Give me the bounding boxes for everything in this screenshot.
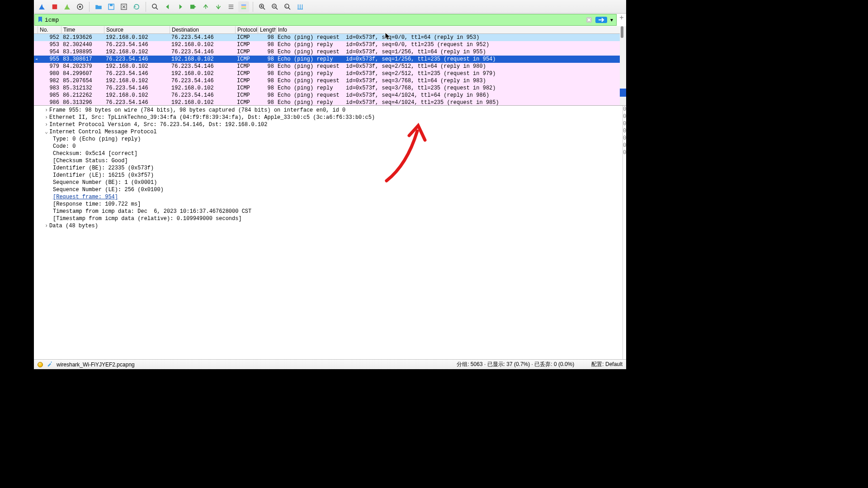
tree-row[interactable]: Sequence Number (LE): 256 (0x0100) xyxy=(34,186,626,193)
toolbar-separator xyxy=(253,2,253,12)
column-header-source[interactable]: Source xyxy=(104,26,170,33)
packet-row[interactable]: 95382.30244076.223.54.146192.168.0.102IC… xyxy=(34,41,626,48)
restart-capture-button[interactable] xyxy=(62,1,73,12)
cell-src: 192.168.0.102 xyxy=(104,63,170,70)
column-header-info[interactable]: Info xyxy=(276,26,626,33)
tree-row-link[interactable]: [Request frame: 954] xyxy=(34,193,626,201)
tree-row[interactable]: [Checksum Status: Good] xyxy=(34,157,626,164)
cell-proto: ICMP xyxy=(235,99,258,105)
zoom-out-button[interactable] xyxy=(269,1,280,12)
column-header-destination[interactable]: Destination xyxy=(170,26,236,33)
capture-options-button[interactable] xyxy=(75,1,85,12)
tree-row[interactable]: Checksum: 0x5c14 [correct] xyxy=(34,150,626,157)
tree-row[interactable]: Sequence Number (BE): 1 (0x0001) xyxy=(34,179,626,186)
cell-src: 76.223.54.146 xyxy=(104,56,170,63)
open-file-button[interactable] xyxy=(93,1,104,12)
column-header-protocol[interactable]: Protocol xyxy=(236,26,258,33)
cell-time: 83.198895 xyxy=(61,48,104,56)
colorize-button[interactable] xyxy=(238,1,249,12)
tree-row[interactable]: Identifier (LE): 16215 (0x3f57) xyxy=(34,172,626,179)
main-toolbar: 1 xyxy=(34,0,626,14)
packet-row[interactable]: 95583.30861776.223.54.146192.168.0.102IC… xyxy=(34,56,626,63)
packet-row[interactable]: 95282.193626192.168.0.10276.223.54.146IC… xyxy=(34,34,626,41)
expert-info-button[interactable] xyxy=(38,362,43,367)
cell-info: Echo (ping) request id=0x573f, seq=0/0, … xyxy=(276,34,626,41)
status-profile[interactable]: 配置: Default xyxy=(591,361,623,368)
cell-src: 76.223.54.146 xyxy=(104,70,170,77)
resize-columns-button[interactable] xyxy=(295,1,306,12)
cell-src: 192.168.0.102 xyxy=(104,48,170,56)
display-filter-input[interactable] xyxy=(45,17,583,23)
goto-first-button[interactable] xyxy=(200,1,211,12)
svg-text:1: 1 xyxy=(286,5,287,7)
packet-list-scrollbar[interactable] xyxy=(620,26,626,105)
packet-bytes-pane-sliver[interactable]: 0000000 xyxy=(623,106,626,359)
tree-row[interactable]: ›Frame 955: 98 bytes on wire (784 bits),… xyxy=(34,107,626,114)
cell-proto: ICMP xyxy=(235,48,258,56)
tree-row[interactable]: ›Internet Protocol Version 4, Src: 76.22… xyxy=(34,121,626,128)
add-filter-tab-button[interactable]: + xyxy=(617,14,626,26)
cell-no: 985 xyxy=(38,92,61,99)
capture-file-properties-button[interactable] xyxy=(47,361,53,368)
tree-row[interactable]: ›Ethernet II, Src: TpLinkTechno_39:34:fa… xyxy=(34,114,626,121)
tree-row[interactable]: Code: 0 xyxy=(34,143,626,150)
zoom-reset-button[interactable]: 1 xyxy=(282,1,293,12)
cell-dst: 76.223.54.146 xyxy=(170,48,235,56)
status-file-name: wireshark_Wi-FiYJYEF2.pcapng xyxy=(57,361,135,368)
reload-button[interactable] xyxy=(131,1,142,12)
cell-info: Echo (ping) reply id=0x573f, seq=3/768, … xyxy=(276,84,626,92)
find-button[interactable] xyxy=(150,1,160,12)
cell-dst: 76.223.54.146 xyxy=(170,92,235,99)
cell-dst: 76.223.54.146 xyxy=(170,77,235,84)
packet-row[interactable]: 98285.207654192.168.0.10276.223.54.146IC… xyxy=(34,77,626,84)
tree-row[interactable]: [Timestamp from icmp data (relative): 0.… xyxy=(34,215,626,222)
goto-last-button[interactable] xyxy=(213,1,224,12)
filter-dropdown-button[interactable]: ▾ xyxy=(609,16,614,23)
tree-row[interactable]: Type: 0 (Echo (ping) reply) xyxy=(34,136,626,143)
packet-row[interactable]: 95483.198895192.168.0.10276.223.54.146IC… xyxy=(34,48,626,56)
packet-list-header[interactable]: No. Time Source Destination Protocol Len… xyxy=(34,26,626,34)
cell-time: 84.299607 xyxy=(61,70,104,77)
cell-len: 98 xyxy=(258,48,276,56)
zoom-in-button[interactable] xyxy=(257,1,268,12)
packet-row[interactable]: 98084.29960776.223.54.146192.168.0.102IC… xyxy=(34,70,626,77)
column-header-length[interactable]: Length xyxy=(258,26,276,33)
tree-row[interactable]: Identifier (BE): 22335 (0x573f) xyxy=(34,164,626,172)
svg-point-2 xyxy=(79,5,81,8)
cell-dst: 76.223.54.146 xyxy=(170,34,235,41)
column-header-time[interactable]: Time xyxy=(61,26,104,33)
tree-row[interactable]: [Response time: 109.722 ms] xyxy=(34,201,626,208)
cell-src: 76.223.54.146 xyxy=(104,84,170,92)
packet-row[interactable]: 98686.31329676.223.54.146192.168.0.102IC… xyxy=(34,99,626,105)
bookmark-icon[interactable] xyxy=(38,16,43,24)
cell-src: 192.168.0.102 xyxy=(104,77,170,84)
column-header-no[interactable]: No. xyxy=(38,26,61,33)
shark-fin-icon[interactable] xyxy=(37,1,47,12)
cell-proto: ICMP xyxy=(235,92,258,99)
svg-point-16 xyxy=(51,361,52,362)
clear-filter-button[interactable] xyxy=(585,16,594,23)
packet-row[interactable]: 97984.202379192.168.0.10276.223.54.146IC… xyxy=(34,63,626,70)
packet-details-pane[interactable]: ›Frame 955: 98 bytes on wire (784 bits),… xyxy=(34,106,626,359)
auto-scroll-button[interactable] xyxy=(226,1,236,12)
svg-rect-10 xyxy=(241,8,246,9)
go-forward-button[interactable] xyxy=(175,1,186,12)
cell-info: Echo (ping) reply id=0x573f, seq=1/256, … xyxy=(276,56,626,63)
goto-packet-button[interactable] xyxy=(188,1,198,12)
tree-row[interactable]: Timestamp from icmp data: Dec 6, 2023 10… xyxy=(34,208,626,215)
svg-rect-8 xyxy=(241,4,246,5)
cell-no: 952 xyxy=(38,34,61,41)
go-back-button[interactable] xyxy=(162,1,173,12)
save-file-button[interactable] xyxy=(106,1,117,12)
tree-row[interactable]: ⌄Internet Control Message Protocol xyxy=(34,128,626,136)
packet-row[interactable]: 98586.212262192.168.0.10276.223.54.146IC… xyxy=(34,92,626,99)
cell-dst: 192.168.0.102 xyxy=(170,84,235,92)
close-file-button[interactable] xyxy=(118,1,129,12)
packet-list-pane[interactable]: No. Time Source Destination Protocol Len… xyxy=(34,26,626,106)
cell-no: 983 xyxy=(38,84,61,92)
tree-row[interactable]: ›Data (48 bytes) xyxy=(34,222,626,230)
stop-capture-button[interactable] xyxy=(49,1,60,12)
packet-row[interactable]: 98385.31213276.223.54.146192.168.0.102IC… xyxy=(34,84,626,92)
cell-proto: ICMP xyxy=(235,77,258,84)
apply-filter-button[interactable] xyxy=(595,17,607,23)
